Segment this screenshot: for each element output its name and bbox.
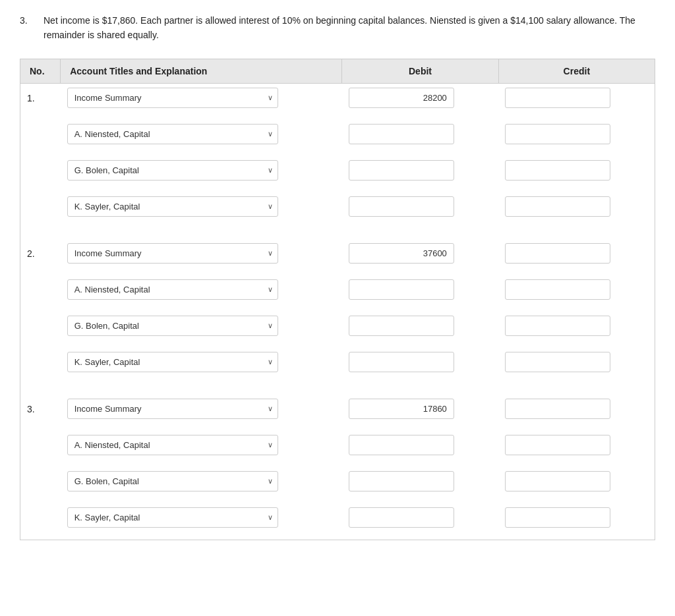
debit-cell — [342, 275, 498, 304]
table-row: Income SummaryA. Niensted, CapitalG. Bol… — [20, 120, 655, 148]
row-spacer — [20, 376, 655, 384]
debit-cell — [342, 467, 498, 495]
table-row: 3.Income SummaryA. Niensted, CapitalG. B… — [20, 395, 655, 423]
account-select[interactable]: Income SummaryA. Niensted, CapitalG. Bol… — [67, 160, 278, 181]
account-cell: Income SummaryA. Niensted, CapitalG. Bol… — [61, 503, 342, 532]
col-header-account: Account Titles and Explanation — [61, 59, 342, 83]
row-spacer — [20, 304, 655, 312]
account-cell: Income SummaryA. Niensted, CapitalG. Bol… — [61, 120, 342, 148]
debit-input[interactable] — [349, 399, 454, 419]
section-spacer — [20, 384, 655, 395]
debit-cell — [342, 503, 498, 532]
credit-input[interactable] — [505, 352, 610, 372]
credit-cell — [498, 156, 655, 184]
debit-cell — [342, 395, 498, 423]
credit-input[interactable] — [505, 160, 610, 181]
account-select[interactable]: Income SummaryA. Niensted, CapitalG. Bol… — [67, 399, 278, 419]
account-cell: Income SummaryA. Niensted, CapitalG. Bol… — [61, 156, 342, 184]
table-row: Income SummaryA. Niensted, CapitalG. Bol… — [20, 431, 655, 459]
credit-input[interactable] — [505, 471, 610, 491]
account-cell: Income SummaryA. Niensted, CapitalG. Bol… — [61, 275, 342, 304]
debit-cell — [342, 192, 498, 221]
row-number: 1. — [20, 83, 61, 112]
credit-input[interactable] — [505, 279, 610, 300]
account-select[interactable]: Income SummaryA. Niensted, CapitalG. Bol… — [67, 88, 278, 108]
table-row: Income SummaryA. Niensted, CapitalG. Bol… — [20, 467, 655, 495]
table-row: Income SummaryA. Niensted, CapitalG. Bol… — [20, 275, 655, 304]
account-select[interactable]: Income SummaryA. Niensted, CapitalG. Bol… — [67, 471, 278, 491]
debit-input[interactable] — [349, 160, 454, 181]
row-spacer — [20, 221, 655, 229]
problem-statement: 3. Net income is $17,860. Each partner i… — [20, 13, 655, 43]
account-select[interactable]: Income SummaryA. Niensted, CapitalG. Bol… — [67, 196, 278, 217]
problem-text: Net income is $17,860. Each partner is a… — [44, 13, 655, 43]
row-spacer — [20, 459, 655, 467]
debit-cell — [342, 120, 498, 148]
account-select[interactable]: Income SummaryA. Niensted, CapitalG. Bol… — [67, 279, 278, 300]
credit-input[interactable] — [505, 243, 610, 264]
debit-input[interactable] — [349, 279, 454, 300]
debit-cell — [342, 156, 498, 184]
credit-cell — [498, 192, 655, 221]
account-cell: Income SummaryA. Niensted, CapitalG. Bol… — [61, 192, 342, 221]
credit-cell — [498, 312, 655, 340]
account-cell: Income SummaryA. Niensted, CapitalG. Bol… — [61, 348, 342, 376]
credit-cell — [498, 503, 655, 532]
debit-input[interactable] — [349, 352, 454, 372]
debit-input[interactable] — [349, 196, 454, 217]
account-select[interactable]: Income SummaryA. Niensted, CapitalG. Bol… — [67, 124, 278, 144]
debit-input[interactable] — [349, 316, 454, 336]
section-spacer — [20, 229, 655, 239]
row-spacer — [20, 267, 655, 275]
table-row: Income SummaryA. Niensted, CapitalG. Bol… — [20, 192, 655, 221]
table-row: Income SummaryA. Niensted, CapitalG. Bol… — [20, 312, 655, 340]
debit-cell — [342, 83, 498, 112]
table-row: Income SummaryA. Niensted, CapitalG. Bol… — [20, 348, 655, 376]
debit-input[interactable] — [349, 88, 454, 108]
debit-cell — [342, 431, 498, 459]
credit-cell — [498, 120, 655, 148]
account-select[interactable]: Income SummaryA. Niensted, CapitalG. Bol… — [67, 507, 278, 528]
credit-cell — [498, 239, 655, 267]
credit-input[interactable] — [505, 435, 610, 455]
credit-cell — [498, 83, 655, 112]
credit-cell — [498, 467, 655, 495]
account-select[interactable]: Income SummaryA. Niensted, CapitalG. Bol… — [67, 435, 278, 455]
credit-input[interactable] — [505, 124, 610, 144]
row-spacer — [20, 532, 655, 540]
credit-input[interactable] — [505, 196, 610, 217]
row-number: 2. — [20, 239, 61, 267]
row-spacer — [20, 112, 655, 120]
debit-input[interactable] — [349, 435, 454, 455]
col-header-credit: Credit — [498, 59, 655, 83]
credit-input[interactable] — [505, 399, 610, 419]
account-select[interactable]: Income SummaryA. Niensted, CapitalG. Bol… — [67, 352, 278, 372]
account-cell: Income SummaryA. Niensted, CapitalG. Bol… — [61, 239, 342, 267]
table-row: Income SummaryA. Niensted, CapitalG. Bol… — [20, 156, 655, 184]
debit-cell — [342, 348, 498, 376]
table-row: 1.Income SummaryA. Niensted, CapitalG. B… — [20, 83, 655, 112]
debit-cell — [342, 312, 498, 340]
table-row: Income SummaryA. Niensted, CapitalG. Bol… — [20, 503, 655, 532]
debit-input[interactable] — [349, 507, 454, 528]
credit-input[interactable] — [505, 507, 610, 528]
table-row: 2.Income SummaryA. Niensted, CapitalG. B… — [20, 239, 655, 267]
account-cell: Income SummaryA. Niensted, CapitalG. Bol… — [61, 467, 342, 495]
credit-cell — [498, 431, 655, 459]
journal-table: No. Account Titles and Explanation Debit… — [20, 59, 655, 540]
account-cell: Income SummaryA. Niensted, CapitalG. Bol… — [61, 312, 342, 340]
row-spacer — [20, 423, 655, 431]
account-cell: Income SummaryA. Niensted, CapitalG. Bol… — [61, 431, 342, 459]
col-header-no: No. — [20, 59, 61, 83]
row-spacer — [20, 184, 655, 192]
debit-input[interactable] — [349, 124, 454, 144]
account-select[interactable]: Income SummaryA. Niensted, CapitalG. Bol… — [67, 316, 278, 336]
credit-input[interactable] — [505, 88, 610, 108]
row-spacer — [20, 148, 655, 156]
col-header-debit: Debit — [342, 59, 498, 83]
debit-input[interactable] — [349, 243, 454, 264]
credit-input[interactable] — [505, 316, 610, 336]
account-select[interactable]: Income SummaryA. Niensted, CapitalG. Bol… — [67, 243, 278, 264]
debit-input[interactable] — [349, 471, 454, 491]
credit-cell — [498, 348, 655, 376]
